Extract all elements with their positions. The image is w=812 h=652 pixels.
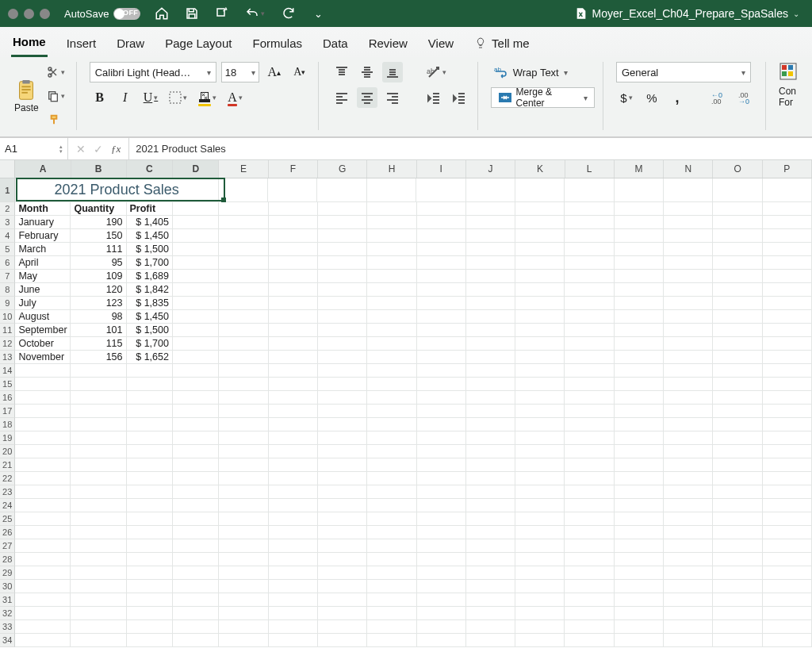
row-header[interactable]: 15 (0, 378, 15, 391)
cell[interactable] (763, 229, 812, 243)
align-top-icon[interactable] (331, 62, 352, 82)
cell[interactable] (713, 418, 762, 431)
cell[interactable] (763, 202, 812, 216)
cell[interactable] (367, 499, 416, 512)
cell[interactable] (565, 270, 614, 283)
cell[interactable] (318, 512, 367, 526)
cell[interactable] (416, 178, 465, 202)
cell[interactable] (763, 351, 812, 364)
cell[interactable] (367, 229, 416, 243)
cell[interactable] (417, 270, 466, 283)
minimize-dot[interactable] (24, 9, 34, 19)
cell[interactable] (664, 364, 713, 378)
cell[interactable] (71, 512, 126, 526)
cell[interactable] (417, 418, 466, 431)
cell[interactable] (367, 512, 416, 526)
row-header[interactable]: 1 (0, 178, 15, 202)
cell[interactable] (173, 337, 219, 351)
cell[interactable] (318, 418, 367, 431)
col-header-E[interactable]: E (219, 160, 268, 178)
cell[interactable] (763, 499, 812, 512)
cell[interactable] (466, 202, 515, 216)
cell[interactable] (219, 418, 268, 431)
cell[interactable] (466, 391, 515, 405)
cell[interactable] (565, 337, 614, 351)
cell[interactable] (127, 391, 173, 405)
cell[interactable] (565, 472, 614, 485)
col-header-N[interactable]: N (664, 160, 713, 178)
cell[interactable] (713, 256, 762, 270)
cell[interactable] (466, 593, 515, 607)
cell[interactable] (664, 418, 713, 431)
cell[interactable] (127, 593, 173, 607)
cell[interactable] (664, 216, 713, 229)
cell[interactable] (173, 553, 219, 566)
cell[interactable] (71, 405, 126, 418)
cell[interactable] (15, 566, 71, 580)
cell[interactable] (615, 310, 664, 324)
cell[interactable] (127, 553, 173, 566)
cell[interactable] (367, 216, 416, 229)
cell[interactable] (173, 270, 219, 283)
cell[interactable]: 120 (71, 283, 126, 297)
edit-icon[interactable] (212, 3, 232, 24)
cell[interactable] (127, 418, 173, 431)
cell[interactable] (515, 620, 565, 634)
cell[interactable] (615, 593, 664, 607)
cell[interactable] (173, 458, 219, 472)
cell[interactable] (615, 364, 664, 378)
cell[interactable] (763, 472, 812, 485)
cell[interactable] (367, 178, 416, 202)
cell[interactable] (269, 539, 318, 553)
cell[interactable] (269, 351, 318, 364)
cell[interactable] (713, 593, 762, 607)
cell[interactable] (173, 499, 219, 512)
cell[interactable] (367, 431, 416, 445)
cell[interactable] (268, 178, 317, 202)
row-header[interactable]: 10 (0, 310, 15, 324)
cell[interactable] (664, 620, 713, 634)
cell[interactable] (515, 499, 565, 512)
cell[interactable] (367, 526, 416, 539)
cell[interactable] (763, 607, 812, 620)
cell[interactable] (71, 553, 126, 566)
cell[interactable]: Month (15, 202, 71, 216)
cell[interactable] (763, 324, 812, 337)
cell[interactable] (713, 337, 762, 351)
redo-icon[interactable] (278, 3, 298, 24)
cell[interactable] (615, 539, 664, 553)
cell[interactable] (713, 445, 762, 458)
cell[interactable] (269, 580, 318, 593)
cell[interactable] (318, 378, 367, 391)
cell[interactable]: $ 1,405 (127, 216, 173, 229)
cell[interactable] (219, 431, 268, 445)
cell[interactable] (173, 418, 219, 431)
cell[interactable] (664, 270, 713, 283)
cell[interactable] (664, 229, 713, 243)
cell[interactable] (664, 580, 713, 593)
cell[interactable] (173, 351, 219, 364)
cell[interactable] (367, 620, 416, 634)
cell[interactable] (173, 283, 219, 297)
cell[interactable] (15, 364, 71, 378)
cell[interactable]: $ 1,700 (127, 256, 173, 270)
cell[interactable] (763, 391, 812, 405)
cell[interactable] (219, 216, 268, 229)
row-header[interactable]: 34 (0, 634, 15, 647)
cell[interactable] (219, 512, 268, 526)
cell[interactable] (565, 229, 614, 243)
cell[interactable] (466, 216, 515, 229)
cell[interactable] (417, 485, 466, 499)
cell[interactable] (615, 229, 664, 243)
cell[interactable] (664, 324, 713, 337)
cell[interactable]: $ 1,500 (127, 324, 173, 337)
cell[interactable] (664, 243, 713, 256)
cell[interactable] (615, 418, 664, 431)
cell[interactable]: $ 1,450 (127, 229, 173, 243)
tab-review[interactable]: Review (367, 33, 409, 56)
cell[interactable] (664, 405, 713, 418)
cell[interactable] (219, 405, 268, 418)
cell[interactable] (515, 256, 565, 270)
cell[interactable] (15, 405, 71, 418)
cell[interactable]: July (15, 297, 71, 310)
